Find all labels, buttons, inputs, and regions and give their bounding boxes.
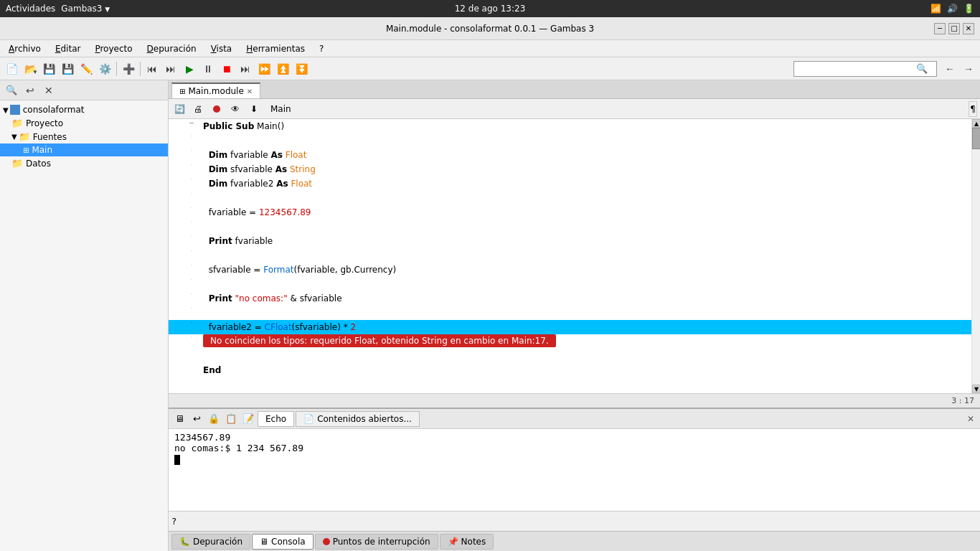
- scroll-down-arrow[interactable]: ▼: [972, 385, 980, 393]
- stop-button[interactable]: ⏹: [218, 60, 235, 77]
- menu-bar: Archivo Editar Proyecto Depuración Vista…: [0, 40, 980, 57]
- toggle-button[interactable]: ⚙️: [96, 60, 113, 77]
- minimize-button[interactable]: ─: [934, 23, 946, 34]
- code-scrollbar[interactable]: ▲ ▼: [971, 119, 980, 393]
- collapse-btn: ·: [186, 277, 197, 283]
- tree-item-consolaformat[interactable]: ▼ consolaformat: [0, 103, 168, 116]
- maximize-button[interactable]: □: [948, 23, 960, 34]
- search-input[interactable]: [794, 64, 916, 74]
- eye-button[interactable]: 👁: [227, 101, 243, 117]
- collapse-button[interactable]: ─: [186, 119, 197, 127]
- pause-button[interactable]: ⏸: [199, 60, 217, 77]
- tree-item-datos[interactable]: 📁 Datos: [0, 156, 168, 170]
- edit-button[interactable]: ✏️: [77, 60, 95, 77]
- bottom-panel-close-button[interactable]: ✕: [964, 414, 977, 424]
- code-line-blank-5: ·: [169, 277, 971, 291]
- console-output[interactable]: 1234567.89 no comas:$ 1 234 567.89: [169, 429, 980, 511]
- menu-herramientas[interactable]: Herramientas: [240, 42, 311, 55]
- code-line-dim3: · Dim fvariable2 As Float: [169, 176, 971, 191]
- code-content: sfvariable = Format(fvariable, gb.Curren…: [197, 263, 971, 277]
- skip-back-button[interactable]: ⏭: [237, 60, 254, 77]
- tab-consola-label: Consola: [271, 537, 306, 547]
- menu-proyecto[interactable]: Proyecto: [89, 42, 138, 55]
- console-input[interactable]: [179, 514, 977, 529]
- collapse-btn: ·: [186, 291, 197, 298]
- collapse-btn: ·: [186, 334, 197, 341]
- tab-depuracion-label: Depuración: [193, 537, 242, 547]
- code-main-area[interactable]: ─ Public Sub Main() · ·: [169, 119, 971, 393]
- scroll-thumb[interactable]: [972, 128, 980, 149]
- lock-button[interactable]: 🔒: [206, 411, 222, 427]
- collapse-btn: ·: [186, 176, 197, 183]
- tree-item-fuentes[interactable]: ▼ 📁 Fuentes: [0, 130, 168, 143]
- collapse-btn: ·: [186, 220, 197, 226]
- app-indicator[interactable]: Gambas3 ▼: [61, 4, 110, 14]
- close-button[interactable]: ✕: [963, 23, 974, 34]
- tab-main-module[interactable]: ⊞ Main.module ✕: [171, 83, 260, 98]
- step-out-button[interactable]: ⏫: [274, 60, 291, 77]
- bottom-tab-open-files[interactable]: 📄 Contenidos abiertos...: [296, 411, 420, 427]
- search-panel-button[interactable]: 🔍: [3, 82, 20, 99]
- code-content: fvariable2 = CFloat(sfvariable) * 2: [197, 320, 971, 334]
- back-button[interactable]: ↩: [189, 411, 204, 427]
- editor-status-bar: 3 : 17: [169, 393, 980, 408]
- tab-consola[interactable]: 🖥 Consola: [252, 534, 314, 550]
- tree-item-proyecto[interactable]: 📁 Proyecto: [0, 116, 168, 130]
- save-button[interactable]: 💾: [59, 60, 76, 77]
- tab-icon: ⊞: [179, 88, 185, 95]
- nav-back-button[interactable]: ←: [941, 60, 958, 77]
- expand-icon: ▼: [3, 106, 9, 114]
- tab-breakpoints[interactable]: Puntos de interrupción: [315, 534, 438, 550]
- collapse-btn: ·: [186, 248, 197, 255]
- record-button[interactable]: [209, 101, 225, 117]
- list-button[interactable]: 📋: [223, 411, 239, 427]
- tab-close-button[interactable]: ✕: [247, 88, 253, 95]
- code-line-print2: · Print "no comas:" & sfvariable: [169, 291, 971, 306]
- terminal-button[interactable]: 🖥: [171, 411, 187, 427]
- cursor-position: 3 : 17: [951, 396, 974, 405]
- search-icon[interactable]: 🔍: [916, 63, 928, 74]
- separator-2: [140, 62, 141, 76]
- open-button[interactable]: 📂▼: [22, 60, 39, 77]
- back-panel-button[interactable]: ↩: [22, 82, 39, 99]
- folder-icon-datos: 📁: [11, 158, 23, 169]
- code-content: Dim fvariable2 As Float: [197, 176, 971, 191]
- save-all-button[interactable]: 💾: [40, 60, 57, 77]
- menu-help[interactable]: ?: [314, 42, 329, 55]
- code-content: End: [197, 363, 971, 377]
- bottom-tab-echo[interactable]: Echo: [258, 411, 294, 427]
- notes-toolbar-button[interactable]: 📝: [240, 411, 256, 427]
- menu-editar[interactable]: Editar: [50, 42, 87, 55]
- debug-step-back-button[interactable]: ⏮: [143, 60, 161, 77]
- scroll-up-arrow[interactable]: ▲: [972, 119, 980, 128]
- close-panel-button[interactable]: ✕: [40, 82, 57, 99]
- tab-notes[interactable]: 📌 Notes: [440, 534, 494, 550]
- tab-breakpoints-label: Puntos de interrupción: [333, 537, 430, 547]
- open-files-icon: 📄: [303, 414, 314, 424]
- system-bar-left: Actividades Gambas3 ▼: [6, 4, 110, 14]
- add-button[interactable]: ➕: [120, 60, 137, 77]
- tab-depuracion[interactable]: 🐛 Depuración: [171, 534, 250, 550]
- new-button[interactable]: 📄: [3, 60, 20, 77]
- menu-archivo[interactable]: Archivo: [3, 42, 47, 55]
- tab-label: Main.module: [188, 86, 243, 96]
- refresh-button[interactable]: 🔄: [171, 101, 187, 117]
- run-button[interactable]: ▶: [181, 60, 198, 77]
- project-tree: ▼ consolaformat 📁 Proyecto ▼ 📁 Fuentes: [0, 100, 168, 551]
- tree-item-main[interactable]: ⊞ Main: [0, 143, 168, 156]
- code-content: Print "no comas:" & sfvariable: [197, 291, 971, 306]
- app-name-label: Gambas3: [61, 4, 102, 14]
- error-message-text: No coinciden los tipos: requerido Float,…: [210, 336, 549, 346]
- console-icon: 🖥: [260, 537, 268, 547]
- code-line-cfloat: · fvariable2 = CFloat(sfvariable) * 2: [169, 320, 971, 334]
- print-button[interactable]: 🖨: [190, 101, 206, 117]
- activities-label[interactable]: Actividades: [6, 4, 55, 14]
- menu-depuracion[interactable]: Depuración: [141, 42, 202, 55]
- debug-step-button[interactable]: ⏭: [162, 60, 179, 77]
- fast-forward-button[interactable]: ⏩: [255, 60, 273, 77]
- window-controls: ─ □ ✕: [934, 23, 974, 34]
- step-in-button[interactable]: ⏬: [293, 60, 310, 77]
- menu-vista[interactable]: Vista: [205, 42, 238, 55]
- download-button[interactable]: ⬇: [246, 101, 262, 117]
- nav-forward-button[interactable]: →: [960, 60, 977, 77]
